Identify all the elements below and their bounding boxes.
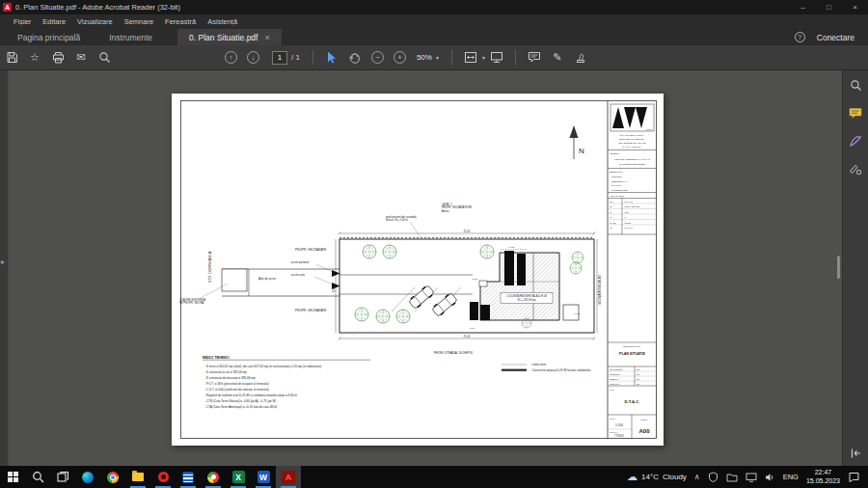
taskbar-edge[interactable] xyxy=(75,466,100,488)
close-button[interactable]: × xyxy=(842,0,868,14)
tray-security-icon[interactable] xyxy=(708,472,719,482)
sign-name-0: arh. xyxy=(637,368,640,370)
document-viewer: ▸ xyxy=(0,70,868,466)
window-title: 0. Plan Situatie.pdf - Adobe Acrobat Rea… xyxy=(15,3,180,12)
sheet-no-label: PLANSA: xyxy=(640,419,648,420)
tab-close-icon[interactable]: × xyxy=(264,33,269,42)
search-icon[interactable] xyxy=(93,48,116,68)
search-document-icon[interactable] xyxy=(848,77,863,93)
tray-folder-icon[interactable] xyxy=(726,473,738,482)
menu-bar: Fișier Editare Vizualizare Semnare Ferea… xyxy=(0,14,868,29)
fullscreen-mode-icon[interactable] xyxy=(485,48,508,68)
taskbar-acrobat[interactable]: A xyxy=(276,466,301,488)
tools-sidebar xyxy=(842,70,868,466)
taskbar-file-explorer[interactable] xyxy=(125,466,150,488)
taskbar-chrome[interactable] xyxy=(100,466,125,488)
document-toolbar: ☆ ✉ ↑ ↓ 1 / 1 − + 50% ▾ ▾ xyxy=(0,45,868,70)
fence-label-1: gard existent din caramida, xyxy=(386,215,418,219)
dimension-bottom: 25,41 xyxy=(464,335,471,339)
tab-home[interactable]: Pagina principală xyxy=(6,29,92,45)
menu-asistenta[interactable]: Asistență xyxy=(202,17,243,26)
phase-value: D.T.A.C. xyxy=(625,399,640,404)
comment-icon[interactable] xyxy=(523,48,546,68)
task-view-button[interactable] xyxy=(50,466,75,488)
windows-taskbar: X W A ☁ 14°C Cloudy ∧ ENG 22:47 15.05.20… xyxy=(0,466,868,488)
comments-panel-icon[interactable] xyxy=(848,105,863,121)
taskbar-opera[interactable] xyxy=(150,466,176,488)
pdf-page[interactable]: N xyxy=(172,94,664,446)
project-line-2: SI IMPREJMUIRE TEREN xyxy=(619,163,645,165)
note-label-1: LA NR. 2 xyxy=(442,203,452,206)
save-icon[interactable] xyxy=(0,48,23,68)
neighbor-label-top: PROPR. VECINATATE xyxy=(295,248,326,252)
start-button[interactable] xyxy=(0,466,25,488)
acrobat-app-icon: A xyxy=(3,3,12,12)
tab-tools[interactable]: Instrumente xyxy=(97,29,164,45)
menu-semnare[interactable]: Semnare xyxy=(119,17,159,26)
field-value-1: ROMANEASCA xyxy=(625,205,641,208)
cote-label-1: +0,15 xyxy=(508,246,515,249)
menu-editare[interactable]: Editare xyxy=(37,17,71,26)
minimize-button[interactable]: – xyxy=(790,0,816,14)
menu-fereastra[interactable]: Fereastră xyxy=(159,17,202,26)
tray-volume-icon[interactable] xyxy=(765,473,775,482)
favorite-star-icon[interactable]: ☆ xyxy=(23,48,46,68)
project-no-value: 77/2014 xyxy=(614,434,624,438)
field-label-1: str. xyxy=(610,205,612,207)
profile-label: PROFIL STRADAL SI DEPOU xyxy=(434,351,473,355)
more-tools-icon[interactable] xyxy=(848,161,863,176)
nav-pane-toggle-icon[interactable]: ▸ xyxy=(1,258,5,266)
tray-display-icon[interactable] xyxy=(746,473,757,482)
print-icon[interactable] xyxy=(46,48,69,68)
weather-condition: Cloudy xyxy=(663,473,687,481)
taskbar-search-button[interactable] xyxy=(25,466,50,488)
zoom-in-icon[interactable]: + xyxy=(393,51,406,64)
title-block: arhitect S.C. ARHITECT '47 S.R.L. BIROU … xyxy=(608,104,657,439)
firm-line-2: BIROU DE ARHITECTURA xyxy=(619,138,645,140)
street-label-left: STR. DOMNEASCA xyxy=(208,251,212,283)
email-icon[interactable]: ✉ xyxy=(69,48,93,68)
zoom-level-select[interactable]: 50% ▾ xyxy=(411,53,445,62)
taskbar-word[interactable]: W xyxy=(251,466,276,488)
fill-and-sign-icon[interactable] xyxy=(848,133,863,149)
menu-fisier[interactable]: Fișier xyxy=(8,17,37,26)
maximize-button[interactable]: □ xyxy=(816,0,842,14)
hand-tool-icon[interactable] xyxy=(343,48,366,68)
taskbar-colorful-app[interactable] xyxy=(201,466,226,488)
stamp-icon[interactable] xyxy=(569,48,592,68)
indici-item-4: - C.U.T. = 0,60 (coeficient de utilizare… xyxy=(204,388,269,392)
scale-value: 1:100 xyxy=(615,423,623,427)
file-explorer-icon xyxy=(132,473,144,481)
action-center-icon[interactable] xyxy=(848,472,860,483)
north-arrow-icon xyxy=(570,125,579,159)
previous-page-icon[interactable]: ↑ xyxy=(225,51,237,64)
taskbar-clock[interactable]: 22:47 15.05.2023 xyxy=(806,469,840,485)
indici-item-7: - CTA (Cota Teren Amenajat) = +0,15 fata… xyxy=(204,405,278,409)
tab-document[interactable]: 0. Plan Situatie.pdf × xyxy=(177,29,282,45)
next-page-icon[interactable]: ↓ xyxy=(247,51,259,64)
page-number-input[interactable]: 1 xyxy=(272,51,287,65)
select-tool-icon[interactable] xyxy=(320,48,343,68)
vertical-scrollbar-thumb[interactable] xyxy=(837,256,840,279)
help-icon[interactable]: ? xyxy=(795,32,805,42)
scale-label: SCARA: xyxy=(610,418,616,420)
fence-label-2: tencuit, H = 2,00 m xyxy=(386,218,408,222)
client-line-1: LOCUINTA xyxy=(611,176,623,178)
taskbar-notes-app[interactable] xyxy=(176,466,201,488)
sign-role-0: SEF PROIECT xyxy=(610,368,623,370)
fit-width-icon[interactable] xyxy=(459,48,482,68)
weather-widget[interactable]: ☁ 14°C Cloudy xyxy=(627,471,687,483)
taskbar-excel[interactable]: X xyxy=(226,466,251,488)
zoom-out-icon[interactable]: − xyxy=(371,51,384,64)
language-indicator[interactable]: ENG xyxy=(783,473,799,481)
access-auto-label: acces auto xyxy=(291,273,305,277)
collapse-panel-icon[interactable] xyxy=(843,447,868,459)
tray-chevron-up-icon[interactable]: ∧ xyxy=(694,473,700,481)
chevron-down-icon: ▾ xyxy=(436,54,439,61)
page-separator: / xyxy=(291,53,293,62)
sign-role-1: PROIECTAT xyxy=(610,373,621,375)
menu-vizualizare[interactable]: Vizualizare xyxy=(71,17,119,26)
fill-sign-pencil-icon[interactable]: ✎ xyxy=(546,48,569,68)
sign-in-button[interactable]: Conectare xyxy=(817,33,854,42)
legend: - Limita teren - Constructie propusa D+P… xyxy=(502,363,591,372)
